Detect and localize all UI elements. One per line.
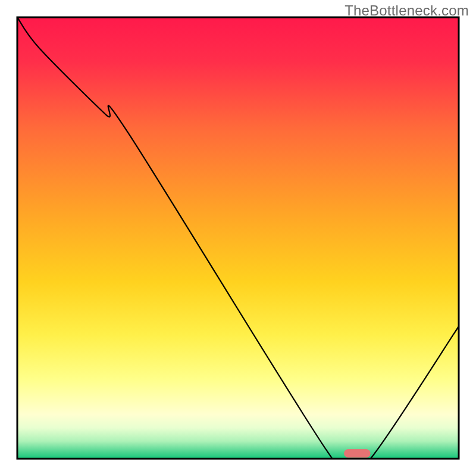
gradient-background	[17, 17, 459, 459]
bottleneck-chart	[0, 0, 476, 476]
optimal-range-marker	[344, 449, 371, 458]
chart-container: TheBottleneck.com	[0, 0, 476, 476]
